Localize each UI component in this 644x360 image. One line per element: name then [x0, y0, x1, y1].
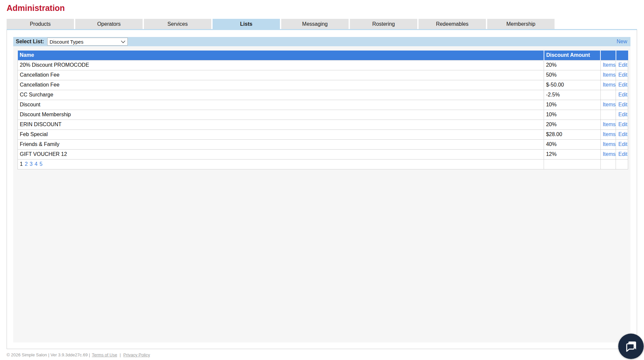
- cell-amount: 12%: [544, 149, 601, 159]
- page-link-4[interactable]: 4: [35, 161, 38, 167]
- edit-link[interactable]: Edit: [618, 131, 627, 137]
- items-link[interactable]: Items: [603, 62, 616, 68]
- table-row: GIFT VOUCHER 12 12% Items Edit: [18, 149, 628, 159]
- cell-name: CC Surcharge: [18, 90, 544, 100]
- edit-link[interactable]: Edit: [618, 82, 627, 88]
- table-row: Friends & Family 40% Items Edit: [18, 139, 628, 149]
- edit-link[interactable]: Edit: [618, 122, 627, 127]
- page-title: Administration: [7, 3, 65, 13]
- edit-link[interactable]: Edit: [618, 92, 627, 97]
- cell-name: 20% Discount PROMOCODE: [18, 60, 544, 70]
- cell-amount: 20%: [544, 60, 601, 70]
- list-toolbar: Select List: Discount Types New: [13, 37, 630, 46]
- content-panel: Select List: Discount Types New Name Dis…: [7, 29, 637, 349]
- table-row: ERIN DISCOUNT 20% Items Edit: [18, 120, 628, 129]
- tab-messaging[interactable]: Messaging: [281, 19, 349, 29]
- cell-name: Friends & Family: [18, 139, 544, 149]
- cell-amount: $28.00: [544, 129, 601, 139]
- cell-name: GIFT VOUCHER 12: [18, 149, 544, 159]
- pagination-row: 12345: [18, 159, 628, 169]
- page-link-5[interactable]: 5: [40, 161, 43, 167]
- tab-services[interactable]: Services: [144, 19, 211, 29]
- cell-amount: 10%: [544, 100, 601, 110]
- lists-content: Select List: Discount Types New Name Dis…: [13, 37, 630, 342]
- items-link[interactable]: Items: [603, 82, 616, 88]
- admin-tabs-bar: Products Operators Services Lists Messag…: [7, 19, 555, 29]
- items-link[interactable]: Items: [603, 131, 616, 137]
- discount-types-table: Name Discount Amount 20% Discount PROMOC…: [17, 51, 628, 169]
- cell-amount: 40%: [544, 139, 601, 149]
- page-link-3[interactable]: 3: [30, 161, 33, 167]
- table-header-row: Name Discount Amount: [18, 51, 628, 60]
- edit-link[interactable]: Edit: [618, 141, 627, 147]
- table-row: Cancellation Fee 50% Items Edit: [18, 70, 628, 80]
- items-link[interactable]: Items: [603, 141, 616, 147]
- tab-lists[interactable]: Lists: [213, 19, 280, 29]
- edit-link[interactable]: Edit: [618, 151, 627, 157]
- col-name: Name: [18, 51, 544, 60]
- tab-membership[interactable]: Membership: [487, 19, 555, 29]
- items-link[interactable]: Items: [603, 102, 616, 107]
- new-button[interactable]: New: [617, 39, 627, 45]
- select-list-label: Select List:: [16, 39, 44, 45]
- col-items: [600, 51, 616, 60]
- list-type-select-wrap: Discount Types: [47, 38, 128, 46]
- cell-amount: 50%: [544, 70, 601, 80]
- cell-amount: 10%: [544, 110, 601, 120]
- table-row: Discount 10% Items Edit: [18, 100, 628, 110]
- table-row: Discount Membership 10% Edit: [18, 110, 628, 120]
- col-edit: [616, 51, 628, 60]
- cell-name: Feb Special: [18, 129, 544, 139]
- tab-rostering[interactable]: Rostering: [350, 19, 417, 29]
- cell-name: ERIN DISCOUNT: [18, 120, 544, 129]
- cell-name: Discount Membership: [18, 110, 544, 120]
- cell-amount: -2.5%: [544, 90, 601, 100]
- chat-bubbles-icon: [625, 340, 638, 353]
- list-type-select[interactable]: Discount Types: [47, 38, 128, 46]
- pagination: 12345: [18, 159, 544, 169]
- items-link[interactable]: Items: [603, 122, 616, 127]
- items-link[interactable]: Items: [603, 72, 616, 78]
- terms-link[interactable]: Terms of Use: [92, 352, 117, 357]
- cell-name: Cancellation Fee: [18, 80, 544, 90]
- copyright-text: © 2026 Simple Salon | Ver 3.9.3dde27c.69…: [7, 352, 90, 357]
- cell-name: Cancellation Fee: [18, 70, 544, 80]
- cell-amount: 20%: [544, 120, 601, 129]
- edit-link[interactable]: Edit: [618, 62, 627, 68]
- table-row: Cancellation Fee $-50.00 Items Edit: [18, 80, 628, 90]
- cell-amount: $-50.00: [544, 80, 601, 90]
- tab-products[interactable]: Products: [7, 19, 74, 29]
- footer: © 2026 Simple Salon | Ver 3.9.3dde27c.69…: [7, 352, 151, 357]
- footer-separator: |: [120, 352, 121, 357]
- edit-link[interactable]: Edit: [618, 112, 627, 117]
- tab-redeemables[interactable]: Redeemables: [419, 19, 486, 29]
- col-discount-amount: Discount Amount: [544, 51, 601, 60]
- table-row: CC Surcharge -2.5% Edit: [18, 90, 628, 100]
- page-current: 1: [20, 161, 23, 167]
- tab-operators[interactable]: Operators: [75, 19, 143, 29]
- items-link[interactable]: Items: [603, 151, 616, 157]
- table-row: 20% Discount PROMOCODE 20% Items Edit: [18, 60, 628, 70]
- edit-link[interactable]: Edit: [618, 102, 627, 107]
- cell-name: Discount: [18, 100, 544, 110]
- table-row: Feb Special $28.00 Items Edit: [18, 129, 628, 139]
- chat-button[interactable]: [618, 334, 644, 359]
- edit-link[interactable]: Edit: [618, 72, 627, 78]
- privacy-link[interactable]: Privacy Policy: [123, 352, 150, 357]
- page-link-2[interactable]: 2: [25, 161, 28, 167]
